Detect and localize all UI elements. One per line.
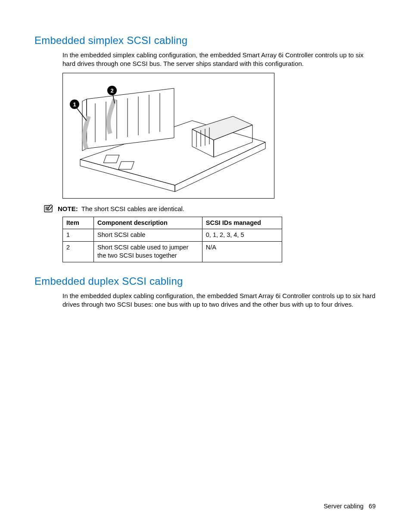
th-ids: SCSI IDs managed [202,217,282,229]
page-footer: Server cabling69 [324,503,376,510]
table-row: 1 Short SCSI cable 0, 1, 2, 3, 4, 5 [63,229,282,242]
footer-section: Server cabling [324,503,364,510]
simplex-diagram: 1 2 [62,73,274,199]
page: Embedded simplex SCSI cabling In the emb… [0,0,411,532]
simplex-body: In the embedded simplex cabling configur… [62,51,377,199]
note-row: NOTE: The short SCSI cables are identica… [43,204,377,213]
heading-simplex: Embedded simplex SCSI cabling [34,34,377,47]
th-desc: Component description [94,217,202,229]
cell-desc: Short SCSI cable [94,229,202,242]
table-row: 2 Short SCSI cable used to jumper the tw… [63,241,282,262]
note-label: NOTE: [58,205,78,212]
cell-desc: Short SCSI cable used to jumper the two … [94,241,202,262]
svg-line-21 [76,107,87,121]
heading-duplex: Embedded duplex SCSI cabling [34,275,377,287]
th-item: Item [63,217,94,229]
callout-1: 1 [70,100,87,121]
simplex-paragraph: In the embedded simplex cabling configur… [62,51,377,68]
cell-ids: 0, 1, 2, 3, 4, 5 [202,229,282,242]
table-wrap: Item Component description SCSI IDs mana… [62,217,377,262]
note-icon [43,204,54,213]
footer-page-number: 69 [369,503,376,510]
svg-text:1: 1 [73,101,76,108]
duplex-body: In the embedded duplex cabling configura… [62,292,377,309]
note-text: NOTE: The short SCSI cables are identica… [58,204,184,213]
board-illustration: 1 2 [63,73,274,198]
svg-text:2: 2 [110,87,113,94]
component-table: Item Component description SCSI IDs mana… [62,217,282,262]
note-body-text: The short SCSI cables are identical. [81,205,184,212]
svg-marker-3 [87,88,174,149]
cell-item: 2 [63,241,94,262]
cell-ids: N/A [202,241,282,262]
table-header-row: Item Component description SCSI IDs mana… [63,217,282,229]
cell-item: 1 [63,229,94,242]
duplex-paragraph: In the embedded duplex cabling configura… [62,292,377,309]
